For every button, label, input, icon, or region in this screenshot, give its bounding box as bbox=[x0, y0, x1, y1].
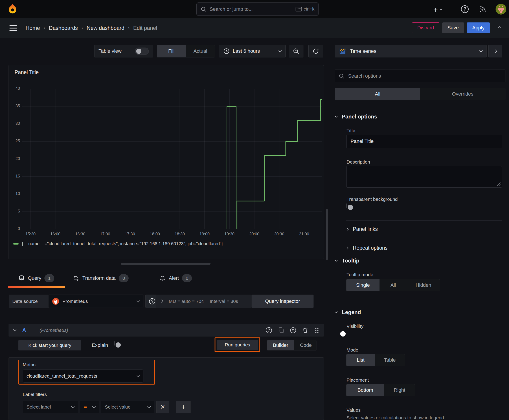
x-tick-label: 21:00 bbox=[295, 232, 313, 236]
hide-response-button[interactable] bbox=[290, 327, 296, 334]
options-search[interactable] bbox=[335, 69, 505, 82]
table-view-control: Table view bbox=[94, 45, 153, 57]
tooltip-single-option[interactable]: Single bbox=[347, 279, 380, 291]
panel-title-input[interactable] bbox=[346, 135, 502, 148]
mode-label: Mode bbox=[347, 347, 358, 353]
kick-start-query-button[interactable]: Kick start your query bbox=[18, 340, 81, 351]
search-input[interactable] bbox=[209, 6, 293, 12]
chart-plot bbox=[22, 89, 322, 229]
tooltip-all-option[interactable]: All bbox=[380, 279, 407, 291]
visualization-picker[interactable]: Time series bbox=[335, 45, 486, 57]
tab-overrides[interactable]: Overrides bbox=[420, 88, 505, 100]
add-filter-button[interactable]: + bbox=[176, 401, 190, 413]
legend-mode-switch: List Table bbox=[346, 354, 405, 366]
breadcrumb-edit-panel: Edit panel bbox=[133, 25, 157, 31]
panel[interactable]: Panel Title 0510152025303540 15:3016:001… bbox=[8, 65, 324, 259]
remove-filter-button[interactable]: ✕ bbox=[156, 401, 169, 413]
collapse-options-button[interactable] bbox=[488, 45, 502, 57]
builder-option[interactable]: Builder bbox=[267, 340, 294, 350]
apply-button[interactable]: Apply bbox=[467, 22, 490, 33]
expand-stats-icon[interactable] bbox=[160, 300, 164, 303]
tooltip-header[interactable]: Tooltip bbox=[335, 258, 359, 264]
tab-query[interactable]: Query 1 bbox=[18, 274, 54, 282]
mode-table-option[interactable]: Table bbox=[375, 354, 405, 366]
help-button[interactable] bbox=[461, 5, 469, 14]
help-circle-icon bbox=[266, 327, 272, 334]
horizontal-resize-handle[interactable] bbox=[121, 263, 211, 265]
panel-options-header[interactable]: Panel options bbox=[335, 113, 377, 120]
y-tick-label: 35 bbox=[9, 104, 20, 108]
select-value-dropdown[interactable]: Select value bbox=[101, 401, 154, 413]
datasource-value: Prometheus bbox=[62, 299, 88, 304]
timeseries-chart[interactable] bbox=[22, 89, 322, 229]
eye-icon bbox=[290, 327, 296, 334]
actual-option[interactable]: Actual bbox=[186, 45, 215, 57]
query-help-button[interactable] bbox=[266, 327, 272, 334]
help-icon bbox=[461, 5, 469, 14]
breadcrumb-home[interactable]: Home bbox=[26, 25, 40, 31]
breadcrumb-dashboards[interactable]: Dashboards bbox=[49, 25, 78, 31]
bell-icon bbox=[159, 275, 166, 281]
query-count-badge: 1 bbox=[45, 274, 54, 282]
query-row-header[interactable]: A (Prometheus) bbox=[8, 324, 324, 337]
datasource-picker[interactable]: Prometheus bbox=[48, 295, 144, 308]
refresh-button[interactable] bbox=[308, 45, 323, 57]
tooltip-hidden-option[interactable]: Hidden bbox=[407, 279, 440, 291]
x-axis-labels: 15:3016:0016:3017:0017:3018:0018:3019:00… bbox=[22, 232, 322, 239]
transparent-background-toggle[interactable] bbox=[346, 203, 347, 208]
x-tick-label: 16:00 bbox=[46, 232, 64, 236]
tab-all[interactable]: All bbox=[335, 88, 420, 100]
code-option[interactable]: Code bbox=[294, 340, 316, 350]
series-label[interactable]: {__name__="cloudflared_tunnel_total_requ… bbox=[22, 241, 223, 246]
placement-right-option[interactable]: Right bbox=[384, 384, 415, 396]
description-textarea[interactable] bbox=[346, 166, 502, 188]
metric-select[interactable]: cloudflared_tunnel_total_requests bbox=[23, 369, 144, 382]
tab-transform-data[interactable]: Transform data 0 bbox=[73, 274, 129, 282]
editor-tabs: Query 1 Transform data 0 Alert 0 bbox=[0, 272, 331, 288]
collapse-query-icon[interactable] bbox=[13, 328, 17, 331]
interval-stat: Interval = 30s bbox=[210, 299, 238, 304]
table-view-toggle[interactable] bbox=[135, 48, 149, 55]
options-search-input[interactable] bbox=[348, 73, 501, 79]
resize-handle[interactable] bbox=[497, 182, 501, 186]
save-button[interactable]: Save bbox=[442, 22, 464, 33]
menu-toggle-button[interactable] bbox=[9, 25, 17, 31]
run-queries-button[interactable]: Run queries bbox=[217, 340, 258, 350]
add-new-button[interactable]: + bbox=[433, 5, 442, 14]
tab-alert[interactable]: Alert 0 bbox=[159, 274, 192, 282]
breadcrumb-new-dashboard[interactable]: New dashboard bbox=[87, 25, 124, 31]
operator-dropdown[interactable]: = bbox=[80, 401, 99, 413]
section-divider bbox=[335, 254, 505, 254]
explain-toggle[interactable] bbox=[114, 341, 115, 345]
duplicate-query-button[interactable] bbox=[278, 327, 284, 334]
mode-list-option[interactable]: List bbox=[347, 354, 375, 366]
vertical-scrollbar[interactable] bbox=[326, 209, 328, 260]
news-feed-button[interactable] bbox=[479, 5, 487, 14]
fill-option[interactable]: Fill bbox=[157, 45, 186, 57]
breadcrumb-separator: › bbox=[82, 25, 83, 31]
keyboard-icon bbox=[296, 7, 302, 11]
grafana-logo[interactable] bbox=[7, 3, 18, 15]
legend-header[interactable]: Legend bbox=[335, 309, 361, 315]
user-avatar[interactable] bbox=[495, 4, 506, 15]
global-search[interactable]: ctrl+k bbox=[196, 2, 319, 16]
top-bar: ctrl+k + bbox=[0, 0, 509, 18]
discard-button[interactable]: Discard bbox=[412, 22, 439, 33]
actions-divider bbox=[493, 23, 493, 33]
time-range-picker[interactable]: Last 6 hours bbox=[219, 45, 286, 57]
x-tick-label: 17:00 bbox=[96, 232, 114, 236]
repeat-options-section[interactable]: Repeat options bbox=[346, 245, 387, 251]
refresh-icon bbox=[312, 48, 319, 54]
panel-options-title: Panel options bbox=[342, 113, 377, 120]
drag-query-handle[interactable] bbox=[314, 327, 320, 334]
grip-icon bbox=[314, 327, 320, 334]
query-inspector-button[interactable]: Query inspector bbox=[251, 295, 313, 308]
collapse-header-button[interactable] bbox=[496, 27, 502, 29]
zoom-out-button[interactable] bbox=[289, 45, 304, 57]
delete-query-button[interactable] bbox=[302, 327, 309, 334]
select-label-dropdown[interactable]: Select label bbox=[23, 401, 78, 413]
operator-value: = bbox=[84, 404, 87, 410]
panel-links-section[interactable]: Panel links bbox=[346, 226, 378, 232]
series-color-marker[interactable] bbox=[13, 243, 19, 245]
placement-bottom-option[interactable]: Bottom bbox=[347, 384, 384, 396]
